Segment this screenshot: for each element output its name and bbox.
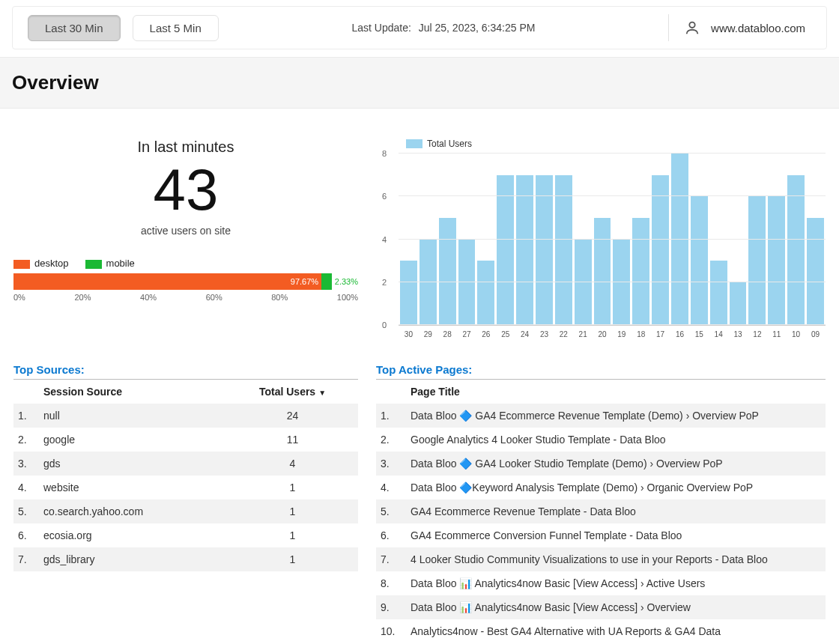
col-session-source[interactable]: Session Source [39, 380, 227, 404]
bar[interactable] [632, 218, 649, 325]
top-pages-table: Page Title 1.Data Bloo 🔷 GA4 Ecommerce R… [376, 380, 826, 643]
site-url: www.databloo.com [711, 22, 805, 34]
site-block: www.databloo.com [684, 19, 811, 36]
top-sources-title: Top Sources: [13, 363, 358, 380]
kpi-value: 43 [13, 160, 358, 219]
bar[interactable] [787, 175, 805, 325]
user-icon [684, 19, 700, 36]
bar[interactable] [458, 240, 476, 326]
desktop-segment: 97.67% [13, 273, 321, 290]
divider [668, 14, 669, 41]
mobile-segment [321, 273, 332, 290]
kpi-panel: In last minutes 43 active users on site … [13, 139, 358, 348]
last-update-value: Jul 25, 2023, 6:34:25 PM [419, 22, 536, 34]
svg-point-0 [689, 22, 694, 28]
last-update-label: Last Update: [351, 22, 411, 34]
device-stacked-bar: 97.67% 2.33% [13, 273, 358, 290]
bar[interactable] [807, 218, 824, 325]
col-page-title[interactable]: Page Title [406, 380, 826, 404]
table-row[interactable]: 8.Data Bloo 📊 Analytics4now Basic [View … [376, 571, 826, 595]
top-pages-panel: Top Active Pages: Page Title 1.Data Bloo… [376, 363, 826, 643]
bar[interactable] [748, 196, 766, 325]
sort-desc-icon: ▼ [318, 389, 326, 397]
table-row[interactable]: 3.Data Bloo 🔷 GA4 Looker Studio Template… [376, 452, 826, 476]
bar[interactable] [652, 175, 669, 325]
table-row[interactable]: 5.GA4 Ecommerce Revenue Template - Data … [376, 499, 826, 523]
device-legend: desktop mobile [13, 258, 358, 269]
table-row[interactable]: 6.ecosia.org1 [13, 523, 358, 547]
top-sources-table: Session Source Total Users▼ 1.null242.go… [13, 380, 358, 571]
table-row[interactable]: 2.google11 [13, 428, 358, 452]
section-heading: Overview [0, 57, 839, 109]
table-row[interactable]: 6.GA4 Ecommerce Conversion Funnel Templa… [376, 523, 826, 547]
bar[interactable] [768, 196, 785, 325]
chart-plot: 02468 [399, 154, 826, 326]
bar[interactable] [575, 240, 592, 326]
bar[interactable] [439, 218, 456, 325]
kpi-subtitle: active users on site [13, 225, 358, 237]
table-row[interactable]: 4.Data Bloo 🔷Keyword Analysis Template (… [376, 476, 826, 499]
legend-desktop: desktop [13, 258, 69, 269]
legend-mobile: mobile [85, 258, 135, 269]
bar[interactable] [420, 240, 437, 326]
table-row[interactable]: 3.gds4 [13, 452, 358, 476]
last-update: Last Update: Jul 25, 2023, 6:34:25 PM [234, 22, 653, 34]
bar[interactable] [594, 218, 611, 325]
top-sources-panel: Top Sources: Session Source Total Users▼… [13, 363, 358, 643]
bar[interactable] [730, 282, 747, 325]
table-row[interactable]: 1.null24 [13, 404, 358, 428]
table-row[interactable]: 7.4 Looker Studio Community Visualizatio… [376, 547, 826, 571]
users-bar-chart: Total Users 02468 3029282726252423222120… [376, 139, 826, 348]
chart-x-ticks: 3029282726252423222120191817161514131211… [399, 330, 826, 338]
table-row[interactable]: 2.Google Analytics 4 Looker Studio Templ… [376, 428, 826, 452]
device-axis: 0%20%40%60%80%100% [13, 293, 358, 302]
overview-title: Overview [12, 71, 827, 94]
chart-bars [399, 154, 826, 325]
table-row[interactable]: 5.co.search.yahoo.com1 [13, 499, 358, 523]
bar[interactable] [671, 154, 688, 325]
table-row[interactable]: 4.website1 [13, 476, 358, 499]
col-total-users[interactable]: Total Users▼ [227, 380, 358, 404]
bar[interactable] [710, 261, 727, 325]
chart-legend-label: Total Users [427, 139, 472, 149]
last-30-min-button[interactable]: Last 30 Min [28, 15, 121, 41]
bar[interactable] [691, 196, 708, 325]
bar[interactable] [497, 175, 514, 325]
chart-legend: Total Users [406, 139, 826, 149]
header-bar: Last 30 Min Last 5 Min Last Update: Jul … [12, 6, 827, 49]
table-row[interactable]: 1.Data Bloo 🔷 GA4 Ecommerce Revenue Temp… [376, 404, 826, 428]
bar[interactable] [516, 175, 533, 325]
bar[interactable] [555, 175, 572, 325]
bar[interactable] [400, 261, 417, 325]
top-pages-title: Top Active Pages: [376, 363, 826, 380]
table-row[interactable]: 9.Data Bloo 📊 Analytics4now Basic [View … [376, 595, 826, 619]
last-5-min-button[interactable]: Last 5 Min [133, 15, 219, 41]
mobile-pct-label: 2.33% [335, 277, 358, 286]
time-range-buttons: Last 30 Min Last 5 Min [28, 15, 219, 41]
bar[interactable] [536, 175, 553, 325]
kpi-title: In last minutes [13, 139, 358, 156]
table-row[interactable]: 10.Analytics4now - Best GA4 Alternative … [376, 619, 826, 643]
bar[interactable] [477, 261, 494, 325]
table-row[interactable]: 7.gds_library1 [13, 547, 358, 571]
bar[interactable] [613, 240, 630, 326]
legend-swatch [406, 139, 422, 148]
